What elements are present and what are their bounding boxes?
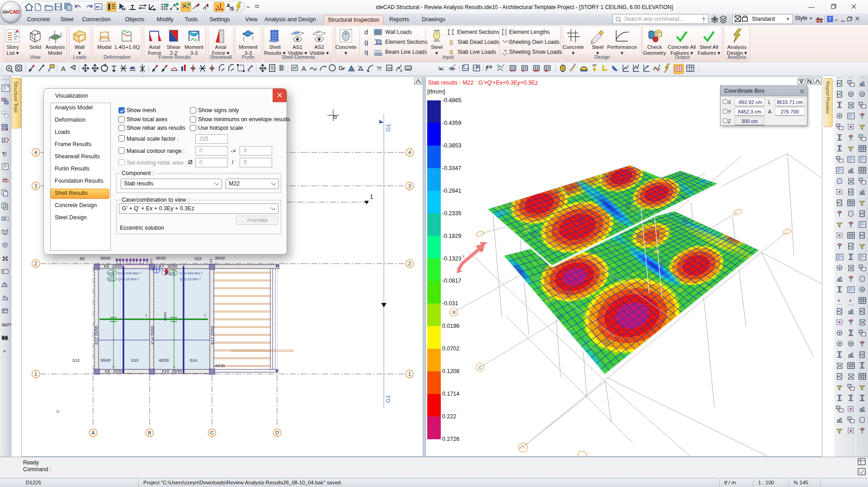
svg-text:25/50: 25/50 — [172, 369, 182, 374]
svg-text:K9: K9 — [105, 369, 110, 374]
svg-text:K17 25/50: K17 25/50 — [210, 326, 215, 345]
svg-text:K10: K10 — [162, 369, 169, 374]
svg-text:K1: K1 — [149, 258, 153, 263]
svg-text:-0.031: -0.031 — [442, 300, 458, 307]
svg-text:25/50: 25/50 — [112, 264, 123, 269]
svg-text:X: X — [462, 254, 465, 259]
svg-text:Z: Z — [522, 69, 524, 73]
svg-text:0.449: 0.449 — [169, 268, 176, 271]
svg-text:25/50: 25/50 — [163, 312, 167, 321]
svg-text:-0.2335: -0.2335 — [442, 210, 461, 217]
svg-text:-0.1323: -0.1323 — [442, 255, 461, 262]
svg-text:-0.1829: -0.1829 — [442, 233, 461, 239]
svg-text:0.222: 0.222 — [442, 413, 456, 420]
svg-text:0.1208: 0.1208 — [442, 368, 459, 374]
svg-text:40/30: 40/30 — [159, 358, 169, 363]
svg-text:K12 25/50: K12 25/50 — [94, 326, 99, 345]
svg-text:30/40: 30/40 — [100, 256, 111, 260]
svg-text:S12: S12 — [72, 358, 80, 363]
svg-text:40/30: 40/30 — [215, 364, 225, 368]
svg-text:-0.3853: -0.3853 — [442, 142, 461, 149]
svg-text:2: 2 — [34, 261, 37, 266]
svg-text:Y: Y — [480, 248, 483, 252]
svg-text:XY: XY — [510, 69, 515, 73]
svg-text:A: A — [302, 65, 306, 72]
svg-text:K14 25/50: K14 25/50 — [150, 326, 155, 345]
svg-text:[tfm/m]: [tfm/m] — [427, 88, 445, 95]
svg-text:G1: G1 — [385, 124, 392, 132]
svg-text:A: A — [61, 65, 66, 72]
svg-text:1: 1 — [204, 313, 206, 317]
svg-text:/S: /S — [230, 6, 234, 11]
svg-text:S8: S8 — [80, 256, 85, 261]
svg-text:S10: S10 — [194, 256, 202, 261]
svg-text:B: B — [148, 430, 151, 435]
svg-text:∡: ∡ — [400, 68, 403, 72]
svg-text:S05: S05 — [108, 271, 115, 275]
svg-text:A: A — [91, 430, 95, 435]
svg-text:1: 1 — [145, 313, 147, 317]
svg-text:¶!: ¶! — [2, 151, 7, 157]
svg-text:30/40: 30/40 — [100, 358, 111, 363]
svg-text:-0.4359: -0.4359 — [442, 120, 461, 126]
svg-text:?: ? — [829, 16, 831, 22]
svg-text:C: C — [478, 364, 483, 370]
svg-text:-0.0817: -0.0817 — [442, 278, 461, 284]
svg-text:S06: S06 — [169, 271, 175, 275]
svg-text:3: 3 — [34, 183, 37, 189]
svg-text:2: 2 — [408, 261, 411, 266]
svg-text:?!: ?! — [377, 65, 382, 72]
svg-text:D: D — [275, 430, 279, 435]
svg-text:4: 4 — [34, 150, 37, 155]
svg-text:1: 1 — [370, 193, 373, 200]
svg-text:G=0.449 tf/m ²: G=0.449 tf/m ² — [179, 271, 203, 275]
svg-text:G=0.449 tf/m ²: G=0.449 tf/m ² — [118, 271, 142, 275]
svg-text:G1: G1 — [385, 395, 392, 403]
svg-text:-0.3347: -0.3347 — [442, 165, 461, 171]
svg-text:S13: S13 — [131, 358, 138, 363]
svg-text:-0.2841: -0.2841 — [442, 188, 461, 194]
svg-text:0.2726: 0.2726 — [442, 436, 459, 442]
svg-text:m²: m² — [387, 66, 392, 71]
svg-text:0.0702: 0.0702 — [442, 345, 459, 352]
svg-text:3: 3 — [408, 183, 411, 189]
svg-text:1: 1 — [408, 371, 411, 377]
svg-text:0.1714: 0.1714 — [442, 391, 459, 397]
svg-text:C: C — [210, 430, 214, 435]
svg-text:S14: S14 — [190, 358, 197, 363]
svg-text:2: 2 — [646, 65, 648, 68]
svg-text:cm³: cm³ — [406, 66, 412, 71]
svg-text:K6: K6 — [104, 264, 109, 269]
svg-text:K1: K1 — [209, 258, 213, 263]
svg-text:Q=0.15 tf/m ²: Q=0.15 tf/m ² — [179, 277, 201, 281]
svg-text:B: B — [452, 309, 456, 315]
svg-text:1: 1 — [34, 371, 37, 377]
svg-text:3R: 3R — [534, 69, 538, 73]
svg-text:⊕: ⊕ — [545, 69, 548, 73]
svg-text:4: 4 — [408, 150, 411, 155]
svg-text:Q=0.15 tf/m ²: Q=0.15 tf/m ² — [118, 277, 139, 281]
svg-text:30/40: 30/40 — [156, 256, 166, 260]
svg-text:30/40: 30/40 — [215, 256, 225, 260]
svg-text:-0.4865: -0.4865 — [442, 97, 461, 104]
svg-text:Slab results - M22 : G'+Q'+Ex+: Slab results - M22 : G'+Q'+Ex+0.3Ey+0.3E… — [428, 80, 538, 86]
svg-text:E12: E12 — [108, 278, 114, 281]
svg-text:25/50: 25/50 — [113, 369, 123, 374]
svg-text:0.0196: 0.0196 — [442, 323, 459, 329]
